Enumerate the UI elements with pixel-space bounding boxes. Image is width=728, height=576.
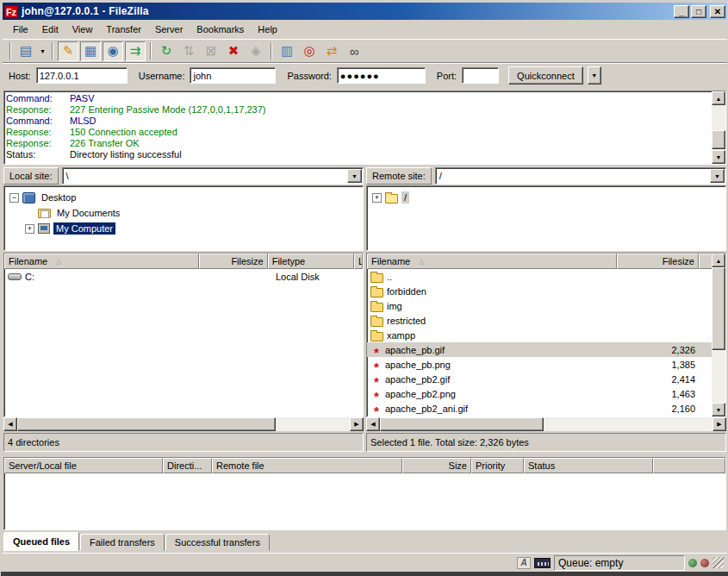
username-label: Username: (139, 71, 185, 81)
tab-queued-files[interactable]: Queued files (3, 532, 79, 551)
file-size: 2,160 (617, 401, 699, 416)
remote-file-row[interactable]: *apache_pb2_ani.gif 2,160 (367, 401, 725, 416)
maximize-button[interactable]: □ (691, 5, 706, 18)
local-hscrollbar[interactable]: ◀ ▶ (3, 417, 364, 431)
remote-site-value: / (439, 171, 442, 181)
local-site-combobox[interactable]: \ ▼ (62, 167, 364, 185)
menu-edit[interactable]: Edit (35, 22, 65, 36)
menu-server[interactable]: Server (148, 22, 190, 36)
data-type-icon[interactable]: A (517, 557, 531, 569)
remote-site-combobox[interactable]: / ▼ (435, 167, 726, 185)
collapse-icon[interactable]: − (9, 193, 19, 203)
queue-column-direction[interactable]: Directi... (163, 458, 212, 473)
scroll-up-icon[interactable]: ▲ (712, 254, 725, 267)
column-header-filesize[interactable]: Filesize (617, 254, 699, 269)
menu-bookmarks[interactable]: Bookmarks (190, 22, 251, 36)
remote-file-row[interactable]: restricted (367, 313, 725, 328)
expand-icon[interactable]: + (25, 224, 34, 234)
remote-file-row[interactable]: *apache_pb2.gif 2,414 (367, 372, 725, 386)
column-header-filetype[interactable]: Filetype (268, 254, 354, 269)
remote-file-row[interactable]: *apache_pb.png 1,385 (367, 357, 725, 372)
disconnect-icon[interactable]: ✖ (223, 41, 244, 61)
expand-icon[interactable]: + (372, 193, 382, 203)
minimize-button[interactable]: _ (674, 5, 689, 18)
column-header-last-modified[interactable]: L (354, 254, 363, 269)
remote-file-row[interactable]: .. (367, 269, 725, 284)
tab-failed-transfers[interactable]: Failed transfers (80, 534, 165, 551)
menu-transfer[interactable]: Transfer (99, 22, 148, 36)
toggle-local-tree-icon[interactable]: ▦ (80, 41, 101, 61)
queue-column-priority[interactable]: Priority (471, 458, 524, 473)
log-line: Command: PASV (6, 93, 725, 104)
remote-file-row[interactable]: *apache_pb2.png 1,463 (367, 386, 725, 401)
column-header-filename[interactable]: Filename △ (4, 254, 199, 269)
tree-item-my-computer[interactable]: + My Computer (4, 221, 363, 236)
refresh-icon[interactable]: ↻ (156, 41, 177, 61)
resize-grip[interactable] (712, 557, 724, 568)
image-file-icon: * (370, 372, 383, 386)
scroll-thumb[interactable] (712, 267, 725, 350)
username-input[interactable] (190, 67, 276, 84)
queue-column-remote-file[interactable]: Remote file (212, 458, 402, 473)
scroll-right-icon[interactable]: ▶ (712, 417, 726, 431)
combo-arrow-icon[interactable]: ▼ (347, 169, 362, 183)
scroll-down-icon[interactable]: ▼ (712, 403, 725, 416)
remote-file-row[interactable]: img (367, 298, 725, 313)
site-manager-dropdown-icon[interactable]: ▼ (37, 41, 48, 61)
directory-filter-icon[interactable]: ▥ (277, 41, 297, 61)
synchronized-browsing-icon[interactable]: ⇄ (321, 41, 342, 61)
tree-item-desktop[interactable]: − Desktop (4, 190, 363, 205)
scroll-down-icon[interactable]: ▼ (712, 150, 725, 164)
local-file-row[interactable]: C: Local Disk (4, 269, 363, 284)
file-size (617, 328, 699, 342)
quickconnect-dropdown-icon[interactable]: ▼ (588, 66, 601, 85)
scroll-left-icon[interactable]: ◀ (366, 417, 380, 431)
scroll-up-icon[interactable]: ▲ (712, 91, 725, 105)
tree-item-root[interactable]: + / (367, 190, 725, 205)
site-manager-icon[interactable]: ▤ (16, 41, 36, 61)
toggle-transfer-queue-icon[interactable]: ⇉ (125, 41, 146, 61)
remote-hscrollbar[interactable]: ◀ ▶ (366, 417, 726, 431)
scroll-thumb[interactable] (380, 417, 544, 431)
queue-status-text: Queue: empty (558, 557, 623, 569)
log-scrollbar[interactable]: ▲ ▼ (712, 91, 725, 164)
port-input[interactable] (462, 67, 499, 84)
log-line: Response: 227 Entering Passive Mode (127… (6, 104, 725, 116)
column-header-filesize[interactable]: Filesize (199, 254, 268, 269)
scroll-right-icon[interactable]: ▶ (350, 417, 364, 431)
password-input[interactable] (337, 67, 426, 84)
menu-help[interactable]: Help (251, 22, 284, 36)
scroll-thumb[interactable] (17, 417, 276, 431)
local-pane: Local site: \ ▼ − Desktop My Documents + (3, 166, 364, 454)
remote-file-row[interactable]: xampp (367, 328, 725, 342)
tab-successful-transfers[interactable]: Successful transfers (165, 534, 270, 551)
menu-file[interactable]: File (6, 22, 35, 36)
toggle-message-log-icon[interactable]: ✎ (58, 41, 78, 61)
file-type: Local Disk (272, 269, 360, 284)
toggle-remote-tree-icon[interactable]: ◉ (103, 41, 123, 61)
process-queue-icon[interactable]: ⇅ (178, 41, 199, 61)
tree-item-my-documents[interactable]: My Documents (4, 205, 363, 221)
my-computer-icon (38, 223, 50, 234)
column-header-filename[interactable]: Filename △ (367, 254, 617, 269)
file-size: 1,385 (617, 357, 699, 372)
find-files-icon[interactable]: ∞ (344, 41, 364, 61)
remote-file-row[interactable]: forbidden (367, 284, 725, 298)
queue-column-size[interactable]: Size (402, 458, 471, 473)
directory-comparison-icon[interactable]: ◎ (299, 41, 320, 61)
speed-limits-icon[interactable] (534, 558, 551, 568)
combo-arrow-icon[interactable]: ▼ (710, 169, 725, 183)
remote-vscrollbar[interactable]: ▲ ▼ (712, 254, 725, 416)
queue-column-status[interactable]: Status (524, 458, 653, 473)
host-input[interactable] (36, 67, 128, 84)
remote-file-list: Filename △ Filesize .. forbidden img res… (366, 253, 726, 417)
remote-file-row-selected[interactable]: *apache_pb.gif 2,326 (367, 342, 725, 357)
close-button[interactable]: ✕ (710, 5, 725, 18)
cancel-operation-icon[interactable]: ⊠ (201, 41, 221, 61)
menu-view[interactable]: View (65, 22, 100, 36)
abort-icon[interactable]: ◈ (246, 41, 266, 61)
queue-column-server-local-file[interactable]: Server/Local file (4, 458, 163, 473)
scroll-thumb[interactable] (712, 130, 725, 149)
scroll-left-icon[interactable]: ◀ (3, 417, 17, 431)
quickconnect-button[interactable]: Quickconnect (508, 66, 583, 85)
